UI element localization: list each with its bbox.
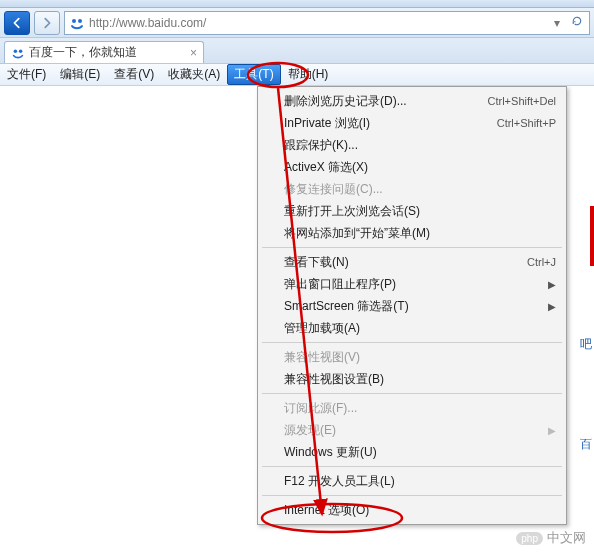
menu-fix-connection: 修复连接问题(C)... xyxy=(260,178,564,200)
menu-item-label: 源发现(E) xyxy=(284,422,548,439)
submenu-arrow-icon: ▶ xyxy=(548,425,556,436)
menu-separator xyxy=(262,393,562,394)
menu-separator xyxy=(262,342,562,343)
menu-tools[interactable]: 工具(T) xyxy=(227,64,280,85)
menu-item-label: 删除浏览历史记录(D)... xyxy=(284,93,488,110)
menu-item-label: SmartScreen 筛选器(T) xyxy=(284,298,548,315)
baidu-favicon-icon xyxy=(69,15,85,31)
menu-compat-settings[interactable]: 兼容性视图设置(B) xyxy=(260,368,564,390)
menu-popup-blocker[interactable]: 弹出窗口阻止程序(P) ▶ xyxy=(260,273,564,295)
menu-edit[interactable]: 编辑(E) xyxy=(53,64,107,85)
menu-item-accel: Ctrl+Shift+P xyxy=(497,117,556,129)
page-edge-artifact xyxy=(590,206,594,266)
page-edge-text: 百 xyxy=(580,436,592,453)
menu-bar: 文件(F) 编辑(E) 查看(V) 收藏夹(A) 工具(T) 帮助(H) xyxy=(0,64,594,86)
baidu-favicon-icon xyxy=(11,46,25,60)
forward-button[interactable] xyxy=(34,11,60,35)
menu-activex-filter[interactable]: ActiveX 筛选(X) xyxy=(260,156,564,178)
address-dropdown-icon[interactable]: ▾ xyxy=(549,16,565,30)
menu-item-accel: Ctrl+J xyxy=(527,256,556,268)
menu-add-to-start[interactable]: 将网站添加到“开始”菜单(M) xyxy=(260,222,564,244)
menu-item-label: Windows 更新(U) xyxy=(284,444,556,461)
menu-item-label: 查看下载(N) xyxy=(284,254,527,271)
submenu-arrow-icon: ▶ xyxy=(548,279,556,290)
menu-item-label: 管理加载项(A) xyxy=(284,320,556,337)
menu-item-accel: Ctrl+Shift+Del xyxy=(488,95,556,107)
tab-title: 百度一下，你就知道 xyxy=(29,44,186,61)
watermark-badge: php xyxy=(516,532,543,545)
menu-item-label: Internet 选项(O) xyxy=(284,502,556,519)
menu-help[interactable]: 帮助(H) xyxy=(281,64,336,85)
menu-item-label: ActiveX 筛选(X) xyxy=(284,159,556,176)
page-edge-text: 吧 xyxy=(580,336,592,353)
address-bar[interactable]: http://www.baidu.com/ ▾ xyxy=(64,11,590,35)
watermark: php 中文网 xyxy=(516,529,586,547)
menu-view-downloads[interactable]: 查看下载(N) Ctrl+J xyxy=(260,251,564,273)
menu-delete-history[interactable]: 删除浏览历史记录(D)... Ctrl+Shift+Del xyxy=(260,90,564,112)
svg-point-2 xyxy=(14,49,18,53)
menu-separator xyxy=(262,247,562,248)
menu-item-label: 修复连接问题(C)... xyxy=(284,181,556,198)
menu-item-label: F12 开发人员工具(L) xyxy=(284,473,556,490)
svg-point-0 xyxy=(72,19,76,23)
menu-smartscreen[interactable]: SmartScreen 筛选器(T) ▶ xyxy=(260,295,564,317)
svg-point-1 xyxy=(78,19,82,23)
menu-item-label: InPrivate 浏览(I) xyxy=(284,115,497,132)
menu-feed-discover: 源发现(E) ▶ xyxy=(260,419,564,441)
menu-file[interactable]: 文件(F) xyxy=(0,64,53,85)
back-button[interactable] xyxy=(4,11,30,35)
watermark-text: 中文网 xyxy=(547,529,586,547)
menu-separator xyxy=(262,495,562,496)
menu-item-label: 订阅此源(F)... xyxy=(284,400,556,417)
menu-internet-options[interactable]: Internet 选项(O) xyxy=(260,499,564,521)
menu-item-label: 兼容性视图(V) xyxy=(284,349,556,366)
menu-manage-addons[interactable]: 管理加载项(A) xyxy=(260,317,564,339)
close-icon[interactable]: × xyxy=(190,46,197,60)
menu-item-label: 跟踪保护(K)... xyxy=(284,137,556,154)
address-url: http://www.baidu.com/ xyxy=(89,16,545,30)
tab-baidu[interactable]: 百度一下，你就知道 × xyxy=(4,41,204,63)
menu-compat-view: 兼容性视图(V) xyxy=(260,346,564,368)
menu-separator xyxy=(262,466,562,467)
menu-favorites[interactable]: 收藏夹(A) xyxy=(161,64,227,85)
menu-reopen-last[interactable]: 重新打开上次浏览会话(S) xyxy=(260,200,564,222)
window-titlebar-strip xyxy=(0,0,594,8)
menu-inprivate[interactable]: InPrivate 浏览(I) Ctrl+Shift+P xyxy=(260,112,564,134)
tab-strip: 百度一下，你就知道 × xyxy=(0,38,594,64)
menu-view[interactable]: 查看(V) xyxy=(107,64,161,85)
menu-item-label: 将网站添加到“开始”菜单(M) xyxy=(284,225,556,242)
tools-dropdown: 删除浏览历史记录(D)... Ctrl+Shift+Del InPrivate … xyxy=(257,86,567,525)
menu-item-label: 弹出窗口阻止程序(P) xyxy=(284,276,548,293)
menu-item-label: 兼容性视图设置(B) xyxy=(284,371,556,388)
content-area: 吧 百 删除浏览历史记录(D)... Ctrl+Shift+Del InPriv… xyxy=(0,86,594,553)
menu-subscribe-feed: 订阅此源(F)... xyxy=(260,397,564,419)
menu-windows-update[interactable]: Windows 更新(U) xyxy=(260,441,564,463)
navigation-bar: http://www.baidu.com/ ▾ xyxy=(0,8,594,38)
menu-item-label: 重新打开上次浏览会话(S) xyxy=(284,203,556,220)
svg-point-3 xyxy=(19,49,23,53)
refresh-icon[interactable] xyxy=(569,15,585,30)
menu-f12-devtools[interactable]: F12 开发人员工具(L) xyxy=(260,470,564,492)
menu-tracking-protection[interactable]: 跟踪保护(K)... xyxy=(260,134,564,156)
submenu-arrow-icon: ▶ xyxy=(548,301,556,312)
